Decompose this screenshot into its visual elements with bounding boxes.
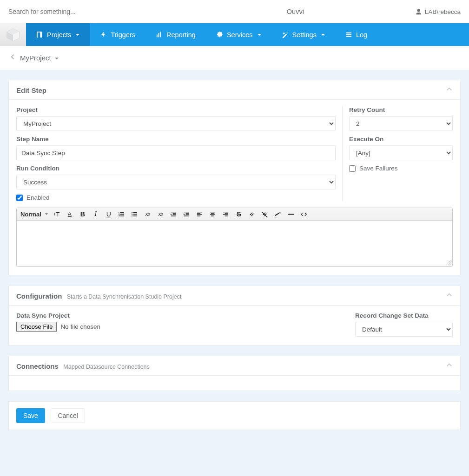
data-sync-project-label: Data Sync Project — [16, 312, 346, 319]
nav-item-log[interactable]: Log — [335, 23, 377, 46]
list-icon — [345, 31, 352, 38]
logo[interactable] — [0, 23, 26, 46]
chevron-up-icon — [446, 362, 453, 369]
resize-handle[interactable] — [446, 260, 451, 265]
record-change-label: Record Change Set Data — [355, 312, 453, 319]
no-file-label: No file chosen — [60, 323, 100, 330]
user-icon — [415, 8, 422, 15]
strikethrough-icon[interactable]: S — [235, 210, 243, 218]
caret-down-icon — [258, 34, 261, 36]
breadcrumb-project[interactable]: MyProject — [20, 54, 59, 62]
run-condition-label: Run Condition — [16, 165, 336, 172]
caret-down-icon — [45, 213, 48, 215]
superscript-icon[interactable]: x2 — [157, 210, 165, 218]
nav-label: Projects — [47, 31, 71, 39]
bar-chart-icon — [156, 31, 163, 38]
panel-header: Connections Mapped Datasource Connection… — [9, 356, 460, 376]
style-selector-label: Normal — [20, 211, 41, 218]
footer-actions: Save Cancel — [8, 401, 461, 430]
nav-item-triggers[interactable]: Triggers — [90, 23, 145, 46]
panel-title: Connections — [16, 362, 59, 370]
code-view-icon[interactable] — [300, 210, 308, 218]
retry-count-label: Retry Count — [349, 106, 453, 113]
caret-down-icon — [55, 58, 59, 59]
logo-icon — [6, 28, 20, 42]
bolt-icon — [100, 31, 107, 38]
cancel-button[interactable]: Cancel — [51, 408, 85, 423]
editor-toolbar: Normal TT A B I U x2 x2 — [17, 208, 452, 221]
align-left-icon[interactable] — [196, 210, 204, 218]
nav-label: Triggers — [111, 31, 135, 39]
save-button[interactable]: Save — [16, 408, 45, 423]
nav-item-projects[interactable]: Projects — [26, 23, 90, 46]
link-icon[interactable] — [248, 210, 256, 218]
subscript-icon[interactable]: x2 — [144, 210, 152, 218]
clear-format-icon[interactable] — [274, 210, 282, 218]
retry-count-select[interactable]: 2 — [349, 116, 453, 131]
panel-title: Edit Step — [16, 86, 46, 94]
record-change-select[interactable]: Default — [355, 322, 453, 337]
underline-icon[interactable]: U — [105, 210, 113, 218]
execute-on-select[interactable]: [Any] — [349, 145, 453, 160]
svg-point-6 — [132, 215, 132, 216]
project-label: Project — [16, 106, 336, 113]
font-size-icon[interactable]: TT — [53, 210, 61, 218]
connections-panel: Connections Mapped Datasource Connection… — [8, 356, 461, 391]
bold-icon[interactable]: B — [79, 210, 87, 218]
ordered-list-icon[interactable] — [118, 210, 126, 218]
svg-point-5 — [132, 214, 132, 215]
indent-icon[interactable] — [183, 210, 191, 218]
panel-title: Configuration — [16, 292, 62, 300]
step-name-label: Step Name — [16, 136, 336, 143]
topbar: Ouvvi LAB\rebecca — [0, 0, 469, 23]
enabled-checkbox-wrap[interactable]: Enabled — [16, 194, 336, 201]
magic-icon — [282, 31, 289, 38]
edit-step-panel: Edit Step Project MyProject Step Name — [8, 80, 461, 275]
nav-item-settings[interactable]: Settings — [271, 23, 335, 46]
page-body: Edit Step Project MyProject Step Name — [0, 70, 469, 476]
breadcrumb: MyProject — [0, 46, 469, 70]
user-label: LAB\rebecca — [425, 8, 461, 15]
step-name-input[interactable] — [16, 145, 336, 160]
nav-label: Settings — [292, 31, 317, 39]
project-select[interactable]: MyProject — [16, 116, 336, 131]
outdent-icon[interactable] — [170, 210, 178, 218]
enabled-label: Enabled — [26, 194, 50, 201]
svg-rect-7 — [288, 214, 294, 215]
choose-file-button[interactable]: Choose File — [16, 322, 57, 332]
book-icon — [36, 31, 43, 38]
caret-down-icon — [321, 34, 325, 36]
search-input[interactable] — [8, 8, 176, 15]
configuration-panel: Configuration Starts a Data Synchronisat… — [8, 286, 461, 346]
panel-subtitle: Starts a Data Synchronisation Studio Pro… — [67, 293, 182, 300]
unlink-icon[interactable] — [261, 210, 269, 218]
unordered-list-icon[interactable] — [131, 210, 139, 218]
collapse-toggle[interactable] — [446, 362, 453, 371]
enabled-checkbox[interactable] — [16, 195, 23, 201]
caret-down-icon — [76, 34, 79, 36]
chevron-left-icon[interactable] — [9, 53, 16, 62]
nav-label: Reporting — [166, 31, 196, 39]
save-failures-checkbox[interactable] — [349, 165, 356, 172]
nav-item-reporting[interactable]: Reporting — [145, 23, 206, 46]
rich-text-editor: Normal TT A B I U x2 x2 — [16, 208, 453, 267]
panel-subtitle: Mapped Datasource Connections — [63, 364, 150, 370]
collapse-toggle[interactable] — [446, 292, 453, 300]
chevron-up-icon — [446, 86, 453, 93]
chevron-up-icon — [446, 292, 453, 299]
style-selector[interactable]: Normal — [20, 211, 48, 218]
align-right-icon[interactable] — [222, 210, 230, 218]
run-condition-select[interactable]: Success — [16, 175, 336, 189]
save-failures-checkbox-wrap[interactable]: Save Failures — [349, 165, 453, 172]
brand-label: Ouvvi — [176, 8, 415, 15]
user-info[interactable]: LAB\rebecca — [415, 8, 461, 15]
execute-on-label: Execute On — [349, 136, 453, 143]
editor-content[interactable] — [17, 221, 452, 266]
font-color-icon[interactable]: A — [66, 210, 74, 218]
cogs-icon — [216, 31, 223, 38]
italic-icon[interactable]: I — [92, 210, 100, 218]
align-center-icon[interactable] — [209, 210, 217, 218]
collapse-toggle[interactable] — [446, 86, 453, 95]
horizontal-rule-icon[interactable] — [287, 210, 295, 218]
nav-item-services[interactable]: Services — [206, 23, 271, 46]
